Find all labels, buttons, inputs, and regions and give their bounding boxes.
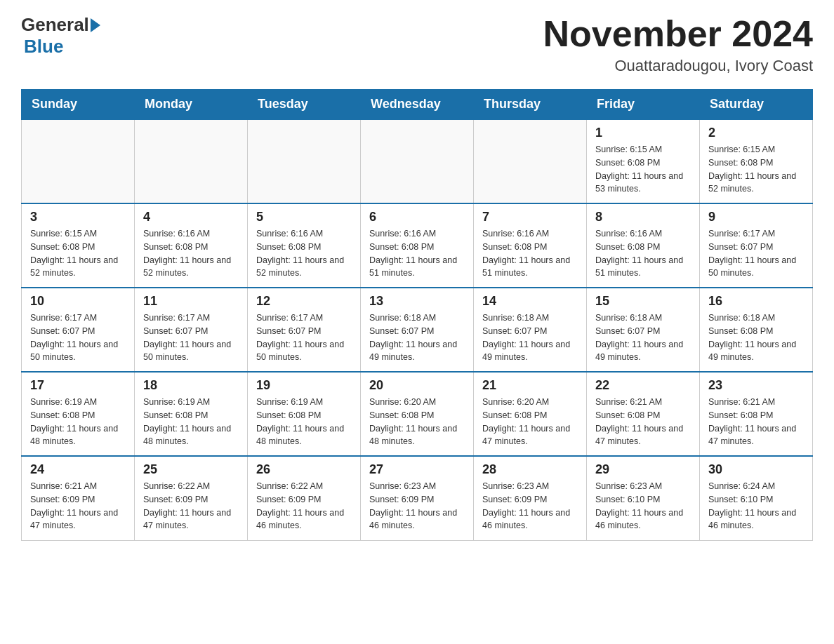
day-header-saturday: Saturday	[700, 90, 813, 120]
logo: General Blue	[21, 14, 102, 58]
day-info: Sunrise: 6:16 AMSunset: 6:08 PMDaylight:…	[369, 227, 465, 280]
calendar-cell: 16Sunrise: 6:18 AMSunset: 6:08 PMDayligh…	[700, 288, 813, 372]
day-info: Sunrise: 6:19 AMSunset: 6:08 PMDaylight:…	[256, 396, 352, 448]
day-info: Sunrise: 6:21 AMSunset: 6:09 PMDaylight:…	[30, 480, 126, 532]
calendar-cell	[135, 119, 248, 203]
day-number: 10	[30, 294, 126, 309]
day-number: 14	[482, 294, 578, 309]
calendar-cell: 6Sunrise: 6:16 AMSunset: 6:08 PMDaylight…	[361, 203, 474, 288]
day-info: Sunrise: 6:17 AMSunset: 6:07 PMDaylight:…	[256, 311, 352, 364]
day-info: Sunrise: 6:19 AMSunset: 6:08 PMDaylight:…	[143, 396, 239, 448]
day-number: 1	[595, 126, 691, 140]
calendar-cell: 22Sunrise: 6:21 AMSunset: 6:08 PMDayligh…	[587, 372, 700, 456]
day-info: Sunrise: 6:17 AMSunset: 6:07 PMDaylight:…	[30, 311, 126, 364]
calendar-cell: 13Sunrise: 6:18 AMSunset: 6:07 PMDayligh…	[361, 288, 474, 372]
calendar-cell: 2Sunrise: 6:15 AMSunset: 6:08 PMDaylight…	[700, 119, 813, 203]
day-number: 18	[143, 378, 239, 393]
calendar-table: SundayMondayTuesdayWednesdayThursdayFrid…	[21, 89, 813, 541]
day-number: 27	[369, 462, 465, 477]
calendar-cell: 26Sunrise: 6:22 AMSunset: 6:09 PMDayligh…	[248, 456, 361, 540]
calendar-cell: 17Sunrise: 6:19 AMSunset: 6:08 PMDayligh…	[22, 372, 135, 456]
day-info: Sunrise: 6:15 AMSunset: 6:08 PMDaylight:…	[708, 143, 804, 196]
calendar-cell	[248, 119, 361, 203]
day-info: Sunrise: 6:24 AMSunset: 6:10 PMDaylight:…	[708, 480, 804, 532]
calendar-cell: 23Sunrise: 6:21 AMSunset: 6:08 PMDayligh…	[700, 372, 813, 456]
day-number: 20	[369, 378, 465, 393]
calendar-cell: 29Sunrise: 6:23 AMSunset: 6:10 PMDayligh…	[587, 456, 700, 540]
calendar-cell: 12Sunrise: 6:17 AMSunset: 6:07 PMDayligh…	[248, 288, 361, 372]
day-header-monday: Monday	[135, 90, 248, 120]
calendar-cell: 9Sunrise: 6:17 AMSunset: 6:07 PMDaylight…	[700, 203, 813, 288]
day-info: Sunrise: 6:18 AMSunset: 6:07 PMDaylight:…	[482, 311, 578, 364]
week-row-4: 17Sunrise: 6:19 AMSunset: 6:08 PMDayligh…	[22, 372, 813, 456]
day-info: Sunrise: 6:21 AMSunset: 6:08 PMDaylight:…	[708, 396, 804, 448]
day-number: 24	[30, 462, 126, 477]
day-number: 16	[708, 294, 804, 309]
calendar-cell: 7Sunrise: 6:16 AMSunset: 6:08 PMDaylight…	[474, 203, 587, 288]
calendar-cell: 15Sunrise: 6:18 AMSunset: 6:07 PMDayligh…	[587, 288, 700, 372]
day-number: 17	[30, 378, 126, 393]
day-number: 11	[143, 294, 239, 309]
day-info: Sunrise: 6:15 AMSunset: 6:08 PMDaylight:…	[595, 143, 691, 196]
day-number: 29	[595, 462, 691, 477]
day-number: 3	[30, 210, 126, 224]
day-info: Sunrise: 6:16 AMSunset: 6:08 PMDaylight:…	[482, 227, 578, 280]
calendar-cell	[22, 119, 135, 203]
day-info: Sunrise: 6:19 AMSunset: 6:08 PMDaylight:…	[30, 396, 126, 448]
day-number: 23	[708, 378, 804, 393]
day-header-friday: Friday	[587, 90, 700, 120]
week-row-2: 3Sunrise: 6:15 AMSunset: 6:08 PMDaylight…	[22, 203, 813, 288]
calendar-cell	[474, 119, 587, 203]
calendar-cell: 19Sunrise: 6:19 AMSunset: 6:08 PMDayligh…	[248, 372, 361, 456]
day-info: Sunrise: 6:23 AMSunset: 6:10 PMDaylight:…	[595, 480, 691, 532]
day-info: Sunrise: 6:17 AMSunset: 6:07 PMDaylight:…	[708, 227, 804, 280]
day-info: Sunrise: 6:15 AMSunset: 6:08 PMDaylight:…	[30, 227, 126, 280]
day-number: 4	[143, 210, 239, 224]
day-number: 15	[595, 294, 691, 309]
day-number: 7	[482, 210, 578, 224]
calendar-cell: 30Sunrise: 6:24 AMSunset: 6:10 PMDayligh…	[700, 456, 813, 540]
day-number: 25	[143, 462, 239, 477]
day-header-wednesday: Wednesday	[361, 90, 474, 120]
logo-blue-text: Blue	[24, 36, 63, 57]
logo-arrow-icon	[91, 18, 100, 32]
calendar-cell: 21Sunrise: 6:20 AMSunset: 6:08 PMDayligh…	[474, 372, 587, 456]
day-info: Sunrise: 6:18 AMSunset: 6:07 PMDaylight:…	[595, 311, 691, 364]
day-number: 13	[369, 294, 465, 309]
day-number: 21	[482, 378, 578, 393]
day-number: 30	[708, 462, 804, 477]
calendar-cell: 3Sunrise: 6:15 AMSunset: 6:08 PMDaylight…	[22, 203, 135, 288]
day-header-thursday: Thursday	[474, 90, 587, 120]
day-info: Sunrise: 6:23 AMSunset: 6:09 PMDaylight:…	[482, 480, 578, 532]
calendar-cell: 1Sunrise: 6:15 AMSunset: 6:08 PMDaylight…	[587, 119, 700, 203]
calendar-cell: 18Sunrise: 6:19 AMSunset: 6:08 PMDayligh…	[135, 372, 248, 456]
calendar-cell: 14Sunrise: 6:18 AMSunset: 6:07 PMDayligh…	[474, 288, 587, 372]
day-number: 28	[482, 462, 578, 477]
day-info: Sunrise: 6:22 AMSunset: 6:09 PMDaylight:…	[143, 480, 239, 532]
calendar-cell: 8Sunrise: 6:16 AMSunset: 6:08 PMDaylight…	[587, 203, 700, 288]
day-info: Sunrise: 6:16 AMSunset: 6:08 PMDaylight:…	[595, 227, 691, 280]
day-number: 2	[708, 126, 804, 140]
day-info: Sunrise: 6:22 AMSunset: 6:09 PMDaylight:…	[256, 480, 352, 532]
calendar-cell: 27Sunrise: 6:23 AMSunset: 6:09 PMDayligh…	[361, 456, 474, 540]
calendar-cell: 5Sunrise: 6:16 AMSunset: 6:08 PMDaylight…	[248, 203, 361, 288]
calendar-cell: 28Sunrise: 6:23 AMSunset: 6:09 PMDayligh…	[474, 456, 587, 540]
day-number: 6	[369, 210, 465, 224]
calendar-cell: 4Sunrise: 6:16 AMSunset: 6:08 PMDaylight…	[135, 203, 248, 288]
day-number: 5	[256, 210, 352, 224]
week-row-5: 24Sunrise: 6:21 AMSunset: 6:09 PMDayligh…	[22, 456, 813, 540]
day-number: 12	[256, 294, 352, 309]
location-text: Ouattaradougou, Ivory Coast	[543, 57, 813, 75]
calendar-cell	[361, 119, 474, 203]
day-number: 8	[595, 210, 691, 224]
calendar-cell: 20Sunrise: 6:20 AMSunset: 6:08 PMDayligh…	[361, 372, 474, 456]
week-row-1: 1Sunrise: 6:15 AMSunset: 6:08 PMDaylight…	[22, 119, 813, 203]
day-header-sunday: Sunday	[22, 90, 135, 120]
title-block: November 2024 Ouattaradougou, Ivory Coas…	[543, 14, 813, 75]
day-info: Sunrise: 6:20 AMSunset: 6:08 PMDaylight:…	[369, 396, 465, 448]
calendar-cell: 10Sunrise: 6:17 AMSunset: 6:07 PMDayligh…	[22, 288, 135, 372]
calendar-cell: 25Sunrise: 6:22 AMSunset: 6:09 PMDayligh…	[135, 456, 248, 540]
page-header: General Blue November 2024 Ouattaradougo…	[21, 14, 813, 75]
day-number: 26	[256, 462, 352, 477]
day-info: Sunrise: 6:21 AMSunset: 6:08 PMDaylight:…	[595, 396, 691, 448]
